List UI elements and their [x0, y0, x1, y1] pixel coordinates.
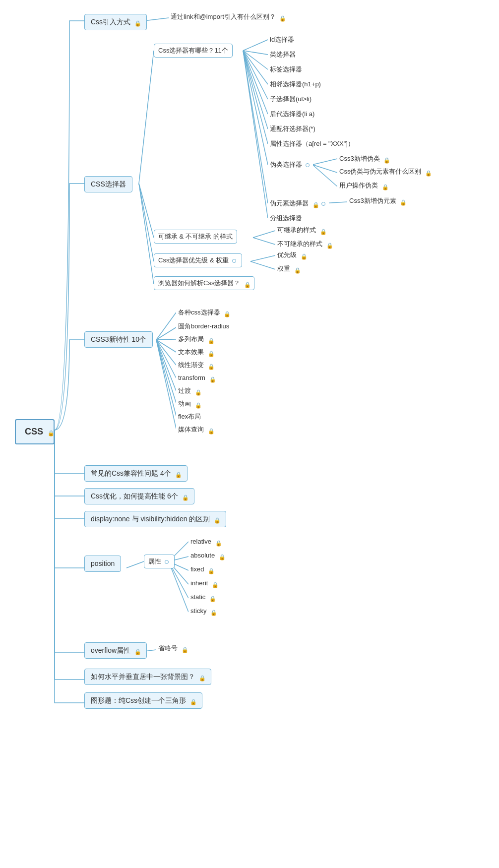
node-css-import-label: Css引入方式: [91, 18, 130, 26]
svg-line-10: [243, 51, 268, 114]
position-dot: [165, 560, 169, 564]
node-css3-pseudo-new[interactable]: Css3新增伪类 🔒: [337, 153, 391, 165]
node-sel-id: id选择器: [268, 34, 296, 46]
svg-line-2: [139, 184, 154, 238]
svg-line-25: [156, 327, 176, 340]
svg-line-17: [312, 165, 337, 173]
svg-line-5: [243, 40, 268, 51]
node-pos-absolute[interactable]: absolute 🔒: [188, 550, 227, 561]
node-css3-pseudo-elem[interactable]: Css3新增伪元素 🔒: [347, 195, 408, 207]
node-sel-adj: 相邻选择器(h1+p): [268, 78, 323, 90]
node-css3-text[interactable]: 文本效果 🔒: [176, 346, 216, 358]
svg-line-0: [144, 18, 169, 21]
node-sel-pseudo-class[interactable]: 伪类选择器: [268, 159, 313, 171]
node-css3[interactable]: CSS3新特性 10个: [84, 331, 153, 348]
node-inherit-no[interactable]: 不可继承的样式 🔒: [275, 238, 334, 250]
node-inherit-yes[interactable]: 可继承的样式 🔒: [275, 224, 328, 236]
node-css3-multi-col[interactable]: 多列布局 🔒: [176, 333, 216, 345]
svg-line-27: [156, 340, 176, 352]
svg-line-24: [156, 312, 176, 340]
svg-line-18: [312, 165, 337, 186]
node-sel-attr: 属性选择器（a[rel = "XXX"]）: [268, 138, 356, 150]
node-css3-animation[interactable]: 动画 🔒: [176, 398, 203, 410]
svg-line-6: [243, 51, 268, 55]
svg-line-16: [312, 159, 337, 165]
svg-line-11: [243, 51, 268, 129]
svg-line-3: [139, 184, 154, 261]
node-selector-types-label: Css选择器有哪些？11个: [158, 47, 228, 54]
css-import-lock: 🔒: [134, 19, 140, 25]
svg-line-15: [243, 51, 268, 218]
node-css-import[interactable]: Css引入方式 🔒: [84, 14, 147, 30]
node-pos-inherit[interactable]: inherit 🔒: [188, 577, 220, 589]
node-sel-wild: 通配符选择器(*): [268, 123, 317, 135]
node-position[interactable]: position: [84, 556, 121, 572]
priority-dot: [232, 259, 236, 263]
node-css-import-q[interactable]: 通过link和@import引入有什么区别？ 🔒: [169, 11, 287, 23]
node-optimize[interactable]: Css优化，如何提高性能 6个 🔒: [84, 488, 194, 504]
node-overflow[interactable]: overflow属性 🔒: [84, 642, 147, 659]
svg-line-29: [156, 340, 176, 378]
svg-line-9: [243, 51, 268, 99]
node-css-import-q-label: 通过link和@import引入有什么区别？: [171, 13, 276, 20]
node-priority-weight[interactable]: 权重 🔒: [275, 263, 302, 275]
svg-line-32: [156, 340, 176, 416]
svg-line-34: [126, 561, 144, 568]
node-selector-types[interactable]: Css选择器有哪些？11个: [154, 44, 233, 58]
node-pos-relative[interactable]: relative 🔒: [188, 536, 223, 548]
svg-line-14: [243, 51, 268, 203]
node-pos-fixed[interactable]: fixed 🔒: [188, 563, 216, 575]
node-css3-transition[interactable]: 过渡 🔒: [176, 385, 203, 397]
svg-line-33: [156, 340, 176, 429]
node-sel-group: 分组选择器: [268, 212, 304, 224]
node-sel-tag: 标签选择器: [268, 63, 304, 75]
svg-line-30: [156, 340, 176, 391]
svg-line-31: [156, 340, 176, 403]
node-bg-center[interactable]: 如何水平并垂直居中一张背景图？ 🔒: [84, 669, 211, 685]
node-css3-selectors[interactable]: 各种css选择器 🔒: [176, 307, 232, 318]
node-position-props[interactable]: 属性: [144, 555, 175, 568]
svg-line-7: [243, 51, 268, 69]
node-triangle[interactable]: 图形题：纯Css创建一个三角形 🔒: [84, 692, 202, 709]
svg-line-4: [139, 184, 154, 284]
node-inherit[interactable]: 可继承 & 不可继承 的样式: [154, 230, 237, 244]
node-css3-transform[interactable]: transform 🔒: [176, 372, 217, 384]
mindmap-container: CSS 🔒 Css引入方式 🔒 通过link和@import引入有什么区别？ 🔒…: [0, 0, 499, 868]
pseudo-class-dot: [306, 163, 310, 167]
node-pseudo-diff[interactable]: Css伪类与伪元素有什么区别 🔒: [337, 166, 433, 178]
node-compat[interactable]: 常见的Css兼容性问题 4个 🔒: [84, 465, 187, 482]
svg-line-13: [243, 51, 268, 165]
node-pseudo-elem[interactable]: 伪元素选择器 🔒: [268, 197, 329, 209]
node-pos-static[interactable]: static 🔒: [188, 591, 217, 603]
svg-line-40: [169, 561, 188, 612]
svg-line-21: [253, 238, 275, 245]
node-css3-radius: 圆角border-radius: [176, 320, 231, 332]
node-priority-level[interactable]: 优先级 🔒: [275, 249, 309, 261]
node-browser-parse[interactable]: 浏览器如何解析Css选择器？ 🔒: [154, 276, 254, 290]
node-css3-media[interactable]: 媒体查询 🔒: [176, 424, 216, 435]
node-sel-child: 子选择器(ul>li): [268, 93, 313, 105]
node-css3-flex: flex布局: [176, 411, 203, 423]
svg-line-20: [253, 231, 275, 238]
svg-line-22: [250, 255, 275, 261]
node-css-selector[interactable]: CSS选择器: [84, 176, 132, 192]
pseudo-elem-dot: [321, 202, 325, 206]
node-css3-gradient[interactable]: 线性渐变 🔒: [176, 359, 216, 371]
node-display-visibility[interactable]: display:none 与 visibility:hidden 的区别 🔒: [84, 511, 226, 527]
svg-line-28: [156, 340, 176, 365]
node-sel-desc: 后代选择器(li a): [268, 108, 316, 120]
root-node: CSS 🔒: [15, 419, 55, 444]
svg-line-12: [243, 51, 268, 144]
node-css-selector-label: CSS选择器: [91, 180, 126, 188]
node-pos-sticky[interactable]: sticky 🔒: [188, 605, 218, 617]
node-ellipsis[interactable]: 省略号 🔒: [156, 642, 189, 654]
node-sel-class: 类选择器: [268, 49, 298, 61]
svg-line-23: [250, 261, 275, 269]
connector-lines: [0, 0, 499, 868]
root-lock-icon: 🔒: [48, 429, 54, 435]
css-import-q-lock: 🔒: [279, 14, 285, 20]
node-user-pseudo[interactable]: 用户操作伪类 🔒: [337, 180, 390, 191]
svg-line-1: [139, 51, 154, 184]
svg-line-8: [243, 51, 268, 84]
node-priority[interactable]: Css选择器优先级 & 权重: [154, 253, 242, 267]
